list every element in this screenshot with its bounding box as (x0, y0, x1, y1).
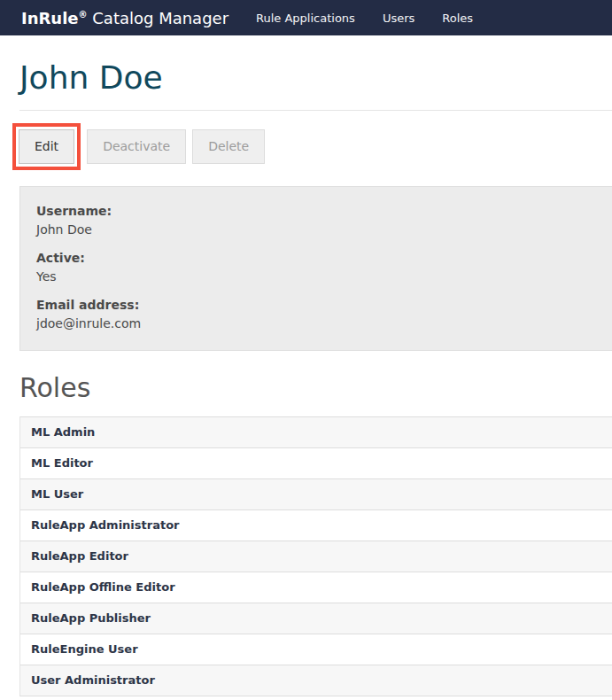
nav-item-roles[interactable]: Roles (442, 12, 473, 25)
navbar-links: Rule ApplicationsUsersRoles (256, 12, 473, 25)
detail-field: Active:Yes (36, 249, 596, 286)
page-title: John Doe (19, 58, 612, 97)
role-row[interactable]: RuleEngine User (20, 634, 612, 665)
edit-button[interactable]: Edit (19, 129, 74, 164)
role-row[interactable]: ML User (20, 478, 612, 509)
user-details-list: Username:John DoeActive:YesEmail address… (36, 202, 596, 333)
role-row[interactable]: ML Editor (20, 447, 612, 478)
title-divider (19, 110, 612, 111)
field-value: John Doe (36, 221, 596, 239)
nav-item-rule-applications[interactable]: Rule Applications (256, 12, 355, 25)
field-value: jdoe@inrule.com (36, 315, 596, 333)
registered-trademark-icon: ® (79, 10, 88, 19)
role-row[interactable]: User Administrator (20, 665, 612, 696)
user-details-panel: Username:John DoeActive:YesEmail address… (19, 186, 612, 351)
role-row[interactable]: RuleApp Administrator (20, 509, 612, 541)
main-content: John Doe Edit Deactivate Delete Username… (19, 58, 612, 696)
brand-logo[interactable]: InRule® Catalog Manager (21, 9, 229, 27)
role-row[interactable]: ML Admin (20, 416, 612, 447)
detail-field: Username:John Doe (36, 202, 596, 239)
field-value: Yes (36, 268, 596, 286)
brand-suffix: Catalog Manager (88, 9, 229, 27)
detail-field: Email address:jdoe@inrule.com (36, 296, 596, 333)
role-row[interactable]: RuleApp Offline Editor (20, 572, 612, 603)
deactivate-button[interactable]: Deactivate (87, 129, 186, 164)
roles-heading: Roles (19, 371, 612, 405)
navbar: InRule® Catalog Manager Rule Application… (0, 0, 612, 35)
action-buttons: Edit Deactivate Delete (19, 123, 612, 169)
field-label: Username: (36, 202, 596, 221)
role-row[interactable]: RuleApp Publisher (20, 603, 612, 634)
nav-item-users[interactable]: Users (383, 12, 414, 25)
brand-name: InRule (21, 9, 79, 27)
field-label: Active: (36, 249, 596, 268)
edit-highlight-box: Edit (12, 123, 81, 170)
field-label: Email address: (36, 296, 596, 315)
roles-table: ML AdminML EditorML UserRuleApp Administ… (19, 416, 612, 696)
delete-button[interactable]: Delete (192, 129, 265, 164)
role-row[interactable]: RuleApp Editor (20, 541, 612, 572)
